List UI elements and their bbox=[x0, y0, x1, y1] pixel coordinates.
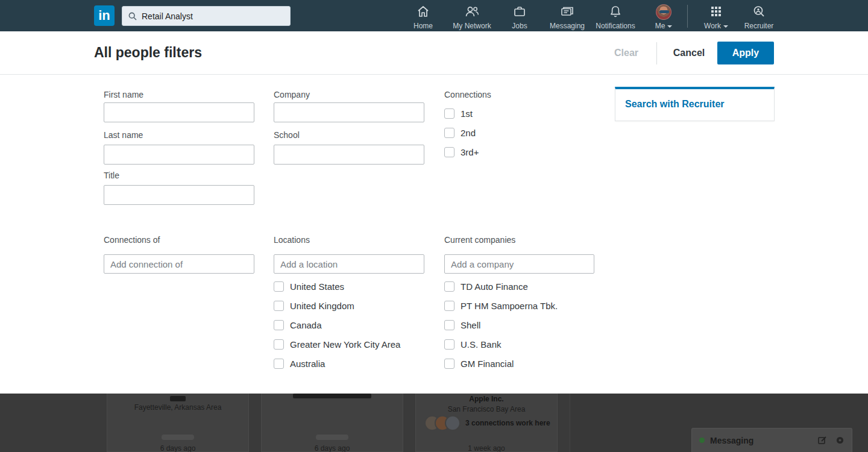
dimmed-location: San Francisco Bay Area bbox=[416, 405, 557, 413]
home-icon bbox=[416, 4, 430, 19]
connections-option-1st[interactable]: 1st bbox=[444, 108, 473, 119]
locations-label: Locations bbox=[274, 235, 310, 245]
title-input[interactable] bbox=[104, 185, 254, 205]
dimmed-title-text bbox=[293, 394, 371, 398]
presence-dot bbox=[699, 438, 705, 443]
nav-item-work[interactable]: Work bbox=[698, 4, 734, 30]
messaging-label: Messaging bbox=[710, 436, 810, 445]
avatar bbox=[445, 415, 461, 431]
search-input[interactable] bbox=[142, 11, 274, 21]
dimmed-company-name bbox=[170, 396, 186, 401]
dimmed-job-card: 6 days ago bbox=[261, 394, 403, 452]
checkbox[interactable] bbox=[444, 339, 454, 350]
checkbox[interactable] bbox=[274, 339, 284, 350]
dimmed-connection-avatars: 3 connections work here bbox=[424, 415, 550, 431]
nav-item-notifications[interactable]: Notifications bbox=[589, 4, 642, 30]
checkbox[interactable] bbox=[444, 301, 454, 311]
dimmed-search-results: Fayetteville, Arkansas Area 6 days ago 6… bbox=[0, 394, 868, 452]
connections-label: Connections bbox=[444, 90, 491, 99]
connections-of-input[interactable] bbox=[104, 254, 254, 274]
company-option-us-bank[interactable]: U.S. Bank bbox=[444, 339, 502, 350]
checkbox[interactable] bbox=[274, 359, 284, 369]
checkbox[interactable] bbox=[274, 320, 284, 330]
connections-option-3rd[interactable]: 3rd+ bbox=[444, 147, 479, 157]
dimmed-company-name: Apple Inc. bbox=[416, 395, 557, 403]
nav-item-recruiter[interactable]: Recruiter bbox=[740, 4, 778, 30]
page: Fayetteville, Arkansas Area 6 days ago 6… bbox=[0, 0, 868, 452]
school-label: School bbox=[274, 130, 300, 140]
nav-item-jobs[interactable]: Jobs bbox=[505, 4, 534, 30]
company-input[interactable] bbox=[274, 102, 424, 122]
location-option-canada[interactable]: Canada bbox=[274, 320, 322, 330]
cancel-button[interactable]: Cancel bbox=[668, 42, 710, 64]
first-name-input[interactable] bbox=[104, 102, 254, 122]
dimmed-job-card: Fayetteville, Arkansas Area 6 days ago bbox=[107, 394, 249, 452]
dimmed-logo bbox=[316, 435, 348, 440]
chevron-down-icon bbox=[723, 25, 728, 28]
checkbox[interactable] bbox=[274, 301, 284, 311]
filters-header: All people filters Clear Cancel Apply bbox=[0, 31, 868, 75]
dimmed-posted: 6 days ago bbox=[107, 444, 248, 452]
nav-divider bbox=[687, 5, 688, 28]
company-option-shell[interactable]: Shell bbox=[444, 320, 480, 330]
search-icon bbox=[128, 12, 137, 20]
checkbox[interactable] bbox=[274, 281, 284, 292]
checkbox[interactable] bbox=[444, 281, 454, 292]
page-title: All people filters bbox=[94, 45, 202, 61]
nav-item-messaging[interactable]: Messaging bbox=[544, 4, 590, 30]
linkedin-logo[interactable]: in bbox=[94, 5, 115, 26]
nav-item-my-network[interactable]: My Network bbox=[449, 4, 495, 30]
messaging-icon bbox=[560, 4, 574, 19]
company-label: Company bbox=[274, 90, 310, 99]
work-grid-icon bbox=[709, 4, 723, 19]
my-network-icon bbox=[464, 4, 480, 19]
checkbox[interactable] bbox=[444, 359, 454, 369]
search-with-recruiter-card: Search with Recruiter bbox=[615, 87, 775, 121]
locations-input[interactable] bbox=[274, 254, 424, 274]
messaging-overlay-header: Messaging bbox=[691, 428, 852, 452]
location-option-greater-new-york[interactable]: Greater New York City Area bbox=[274, 339, 400, 350]
chevron-down-icon bbox=[667, 25, 672, 28]
clear-button[interactable]: Clear bbox=[608, 42, 645, 64]
checkbox[interactable] bbox=[444, 147, 454, 157]
notifications-icon bbox=[608, 4, 623, 19]
recruiter-icon bbox=[752, 4, 766, 19]
dimmed-connections-text: 3 connections work here bbox=[465, 419, 550, 427]
company-option-td-auto-finance[interactable]: TD Auto Finance bbox=[444, 281, 528, 292]
school-input[interactable] bbox=[274, 145, 424, 165]
location-option-united-kingdom[interactable]: United Kingdom bbox=[274, 301, 354, 311]
dimmed-logo bbox=[162, 435, 194, 440]
me-avatar bbox=[656, 4, 671, 20]
location-option-australia[interactable]: Australia bbox=[274, 359, 325, 369]
current-companies-label: Current companies bbox=[444, 235, 515, 245]
header-divider bbox=[656, 42, 657, 64]
apply-button[interactable]: Apply bbox=[717, 42, 774, 64]
company-option-gm-financial[interactable]: GM Financial bbox=[444, 359, 514, 369]
nav-item-home[interactable]: Home bbox=[407, 4, 439, 30]
connections-option-2nd[interactable]: 2nd bbox=[444, 128, 476, 138]
nav-item-me[interactable]: Me bbox=[649, 4, 678, 30]
current-companies-input[interactable] bbox=[444, 254, 594, 274]
checkbox[interactable] bbox=[444, 108, 454, 119]
last-name-label: Last name bbox=[104, 130, 143, 140]
search-with-recruiter-link[interactable]: Search with Recruiter bbox=[625, 99, 774, 110]
last-name-input[interactable] bbox=[104, 145, 254, 165]
company-option-pt-hm-sampoerna[interactable]: PT HM Sampoerna Tbk. bbox=[444, 301, 558, 311]
location-option-united-states[interactable]: United States bbox=[274, 281, 344, 292]
dimmed-posted: 1 week ago bbox=[416, 444, 557, 452]
top-navigation-bar: in Home My Network Jobs Messaging Notifi… bbox=[0, 0, 868, 31]
checkbox[interactable] bbox=[444, 128, 454, 138]
connections-of-label: Connections of bbox=[104, 235, 160, 245]
title-label: Title bbox=[104, 171, 119, 180]
search-bar[interactable] bbox=[122, 6, 291, 26]
dimmed-location: Fayetteville, Arkansas Area bbox=[107, 403, 248, 412]
checkbox[interactable] bbox=[444, 320, 454, 330]
compose-icon bbox=[818, 436, 827, 445]
dimmed-posted: 6 days ago bbox=[262, 444, 403, 452]
settings-gear-icon bbox=[835, 436, 844, 445]
dimmed-job-card: Apple Inc. San Francisco Bay Area 3 conn… bbox=[415, 394, 558, 452]
first-name-label: First name bbox=[104, 90, 143, 99]
all-people-filters-panel: All people filters Clear Cancel Apply Fi… bbox=[0, 31, 868, 394]
jobs-icon bbox=[512, 4, 527, 19]
